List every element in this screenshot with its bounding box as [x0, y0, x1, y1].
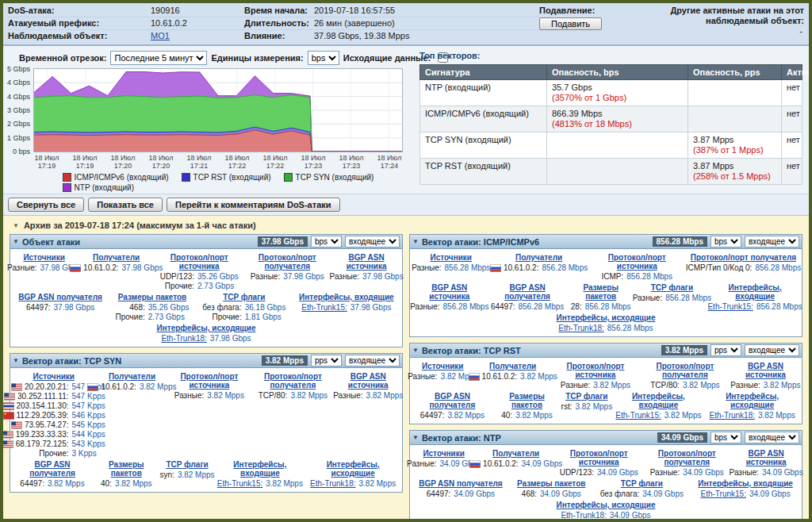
column-header: Источники [414, 362, 472, 370]
panel-direction-select[interactable]: входящее [745, 344, 799, 356]
archive-title: Архив за 2019-07-18 17:24 (максимум за 1… [24, 221, 256, 230]
column-header-link[interactable]: BGP ASN источника [746, 449, 787, 466]
column-header-link[interactable]: Источники [23, 253, 65, 262]
expand-all-button[interactable]: Показать все [88, 198, 163, 212]
collapse-triangle-icon[interactable]: ▼ [412, 434, 419, 441]
column-header: Протокол/порт источника [590, 253, 684, 271]
column-header-link[interactable]: Размеры пакетов [109, 460, 144, 478]
column-header: Источники [14, 253, 74, 262]
collapse-triangle-icon[interactable]: ▼ [13, 238, 19, 245]
column-header-link[interactable]: BGP ASN источника [348, 372, 389, 390]
column-header-link[interactable]: Получатели [492, 449, 539, 458]
column-header-link[interactable]: TCP флаги [565, 392, 607, 401]
column-header-link[interactable]: Протокол/порт источника [566, 362, 624, 379]
column-header-link[interactable]: Получатели [489, 362, 536, 370]
panel-direction-select[interactable]: входящее [745, 236, 799, 248]
column-header-link[interactable]: Интерфейсы, исходящие [726, 392, 779, 409]
collapse-triangle-icon[interactable]: ▼ [412, 238, 419, 245]
column-header-link[interactable]: Источники [423, 449, 465, 458]
column-header-link[interactable]: Интерфейсы, входящие [729, 283, 782, 301]
collapse-triangle-icon[interactable]: ▼ [13, 357, 19, 364]
interface-link[interactable]: Eth-Trunk15: [707, 302, 753, 312]
column-header-link[interactable]: BGP ASN получателя [29, 460, 75, 478]
go-to-comments-button[interactable]: Перейти к комментариям DoS-атаки [167, 198, 340, 212]
column-header-link[interactable]: Протокол/порт источника [570, 449, 628, 466]
interface-link[interactable]: Eth-Trunk18: [561, 511, 606, 519]
panel-unit-select[interactable]: pps [710, 344, 741, 356]
column-header-link[interactable]: Получатели [93, 253, 140, 262]
panel-unit-select[interactable]: bps [710, 432, 741, 443]
y-axis-label: 5 Gbps [7, 66, 30, 73]
column-header-link[interactable]: Получатели [515, 253, 562, 262]
column-header-link[interactable]: BGP ASN получателя [18, 293, 102, 301]
panel-unit-select[interactable]: bps [311, 236, 342, 248]
column-header-link[interactable]: Размеры пакетов [118, 293, 186, 301]
column-header-link[interactable]: Интерфейсы, входящие [233, 460, 286, 478]
column-header-link[interactable]: Источники [430, 253, 472, 262]
interface-link[interactable]: Eth-Trunk15: [301, 303, 347, 313]
column-header-link[interactable]: Протокол/порт источника [180, 372, 238, 390]
column-header-link[interactable]: BGP ASN получателя [504, 283, 550, 301]
country-flag-icon [3, 412, 14, 420]
column-header-link[interactable]: Источники [422, 362, 464, 370]
collapse-all-button[interactable]: Свернуть все [8, 198, 84, 212]
y-axis-label: 4 Gbps [7, 94, 30, 101]
column-header-link[interactable]: Протокол/порт получателя [658, 449, 716, 466]
panel-unit-select[interactable]: bps [710, 236, 741, 248]
column-header-link[interactable]: Размеры пакетов [509, 392, 545, 409]
panel-direction-select[interactable]: входящее [345, 355, 400, 367]
column-header-link[interactable]: BGP ASN получателя [430, 392, 476, 409]
panel-direction-select[interactable]: входящее [745, 432, 799, 443]
interface-link[interactable]: Eth-Trunk18: [710, 411, 755, 420]
y-axis-label: 3 Gbps [7, 107, 30, 114]
column-header-link[interactable]: TCP флаги [651, 283, 693, 292]
panel-direction-select[interactable]: входящее [345, 236, 400, 248]
column-header-link[interactable]: BGP ASN получателя [419, 479, 502, 488]
column-header-link[interactable]: TCP флаги [223, 293, 265, 301]
start-time-label: Время начала: [244, 6, 314, 16]
column-header-link[interactable]: TCP флаги [621, 479, 663, 488]
time-range-select[interactable]: Последние 5 минут [110, 51, 207, 65]
column-header-link[interactable]: BGP ASN источника [429, 283, 469, 301]
column-header-link[interactable]: Интерфейсы, входящие [698, 479, 793, 488]
column-header-link[interactable]: Интерфейсы, исходящие [157, 324, 256, 332]
column-header-link[interactable]: Интерфейсы, исходящие [327, 460, 380, 478]
column-header: BGP ASN получателя [414, 392, 491, 409]
column-header-link[interactable]: Протокол/порт получателя [656, 362, 714, 379]
column-header-link[interactable]: BGP ASN источника [347, 253, 387, 271]
value-amount: 543 Kpps [72, 439, 105, 449]
interface-link[interactable]: Eth-Trunk15: [615, 411, 661, 420]
top-vectors-section: Топ векторов: СигнатураОпасность, bpsОпа… [410, 48, 802, 192]
vector-danger-pps [688, 80, 782, 106]
column-header: BGP ASN источника [338, 372, 398, 390]
column-header-link[interactable]: Протокол/порт получателя [259, 253, 316, 271]
interface-link[interactable]: Eth-Trunk18: [310, 479, 355, 489]
column-header-link[interactable]: Размеры пакетов [583, 283, 619, 301]
value-label: 28: [571, 302, 582, 312]
panel-header: ▼Вектор атаки: TCP SYN3.82 Mppsppsвходящ… [10, 354, 402, 368]
column-header-link[interactable]: Интерфейсы, исходящие [557, 313, 656, 322]
column-header-link[interactable]: Интерфейсы, входящие [299, 293, 394, 301]
suppress-button[interactable]: Подавить [539, 17, 602, 30]
monitored-object-link[interactable]: MO1 [151, 31, 170, 41]
column-header-link[interactable]: TCP флаги [166, 460, 208, 469]
column-header-link[interactable]: Интерфейсы, входящие [632, 392, 685, 409]
collapse-triangle-icon[interactable]: ▼ [412, 347, 419, 354]
column-header-link[interactable]: Интерфейсы, исходящие [557, 501, 656, 509]
panel-unit-select[interactable]: pps [311, 355, 342, 367]
column-header-link[interactable]: Источники [33, 372, 75, 381]
column-header-link[interactable]: Получатели [109, 372, 155, 381]
interface-link[interactable]: Eth-Trunk18: [161, 334, 206, 344]
interface-link[interactable]: Eth-Trunk15: [217, 479, 262, 489]
archive-header[interactable]: ▼ Архив за 2019-07-18 17:24 (максимум за… [10, 218, 802, 234]
column-header-link[interactable]: Протокол/порт источника [608, 253, 666, 271]
interface-link[interactable]: Eth-Trunk15: [700, 489, 745, 499]
column-header-link[interactable]: Размеры пакетов [517, 479, 585, 488]
column-header-link[interactable]: Протокол/порт источника [170, 253, 228, 271]
column-header-link[interactable]: Протокол/порт получателя [264, 372, 322, 390]
units-select[interactable]: bps [308, 51, 339, 65]
interface-link[interactable]: Eth-Trunk18: [558, 324, 603, 333]
value-amount: 3.82 Mpps [290, 391, 327, 401]
column-header-link[interactable]: Протокол/порт получателя [691, 253, 796, 262]
column-header-link[interactable]: BGP ASN источника [745, 362, 786, 379]
